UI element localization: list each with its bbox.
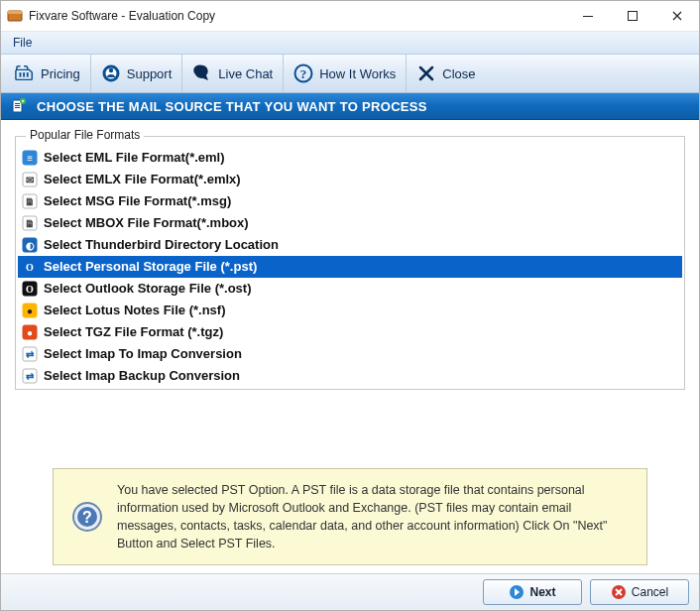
svg-rect-15 <box>15 105 20 106</box>
menu-file[interactable]: File <box>5 34 40 52</box>
format-item-2[interactable]: 🗎Select MSG File Format(*.msg) <box>18 190 682 212</box>
minimize-button[interactable] <box>565 1 610 31</box>
cancel-button[interactable]: Cancel <box>590 579 689 605</box>
svg-text:✉: ✉ <box>26 175 34 185</box>
svg-rect-4 <box>20 72 22 77</box>
cancel-label: Cancel <box>632 585 668 599</box>
info-question-icon: ? <box>71 501 103 533</box>
ost-icon: O <box>22 281 38 297</box>
svg-text:◐: ◐ <box>26 240 35 251</box>
msg-icon: 🗎 <box>22 193 38 209</box>
svg-rect-16 <box>15 107 20 108</box>
toolbar-live-chat[interactable]: Live Chat <box>182 55 284 92</box>
info-box: ? You have selected PST Option. A PST fi… <box>53 468 647 566</box>
format-item-7[interactable]: ●Select Lotus Notes File (*.nsf) <box>18 300 682 321</box>
svg-rect-5 <box>23 72 25 77</box>
app-icon <box>7 8 23 24</box>
footer: Next Cancel <box>1 573 699 610</box>
svg-rect-14 <box>15 103 20 104</box>
app-window: Fixvare Software - Evaluation Copy File … <box>0 0 700 611</box>
eml-icon: ≡ <box>22 150 38 166</box>
format-item-1[interactable]: ✉Select EMLX File Format(*.emlx) <box>18 169 682 190</box>
imapb-icon: ⇄ <box>22 368 38 384</box>
svg-text:●: ● <box>27 327 33 338</box>
svg-rect-6 <box>27 72 29 77</box>
svg-text:●: ● <box>27 306 33 316</box>
format-label: Select EML File Format(*.eml) <box>44 150 225 166</box>
format-label: Select MSG File Format(*.msg) <box>44 193 231 209</box>
format-item-5[interactable]: OSelect Personal Storage File (*.pst) <box>18 256 682 278</box>
svg-rect-3 <box>628 12 637 21</box>
close-tool-icon <box>416 63 436 83</box>
format-item-6[interactable]: OSelect Outlook Storage File (*.ost) <box>18 278 682 300</box>
toolbar-label: Live Chat <box>218 66 273 81</box>
svg-text:?: ? <box>300 66 307 81</box>
svg-text:O: O <box>26 262 34 273</box>
mbox-icon: 🗎 <box>22 215 38 231</box>
toolbar-label: Support <box>127 66 173 81</box>
svg-rect-1 <box>8 11 22 14</box>
window-close-button[interactable] <box>654 1 699 31</box>
format-item-4[interactable]: ◐Select Thunderbird Directory Location <box>18 234 682 256</box>
banner: CHOOSE THE MAIL SOURCE THAT YOU WANT TO … <box>1 93 699 120</box>
emlx-icon: ✉ <box>22 172 38 187</box>
format-item-9[interactable]: ⇄Select Imap To Imap Conversion <box>18 343 682 365</box>
support-icon <box>101 63 121 83</box>
formats-groupbox: Popular File Formats ≡Select EML File Fo… <box>15 136 685 390</box>
format-label: Select EMLX File Format(*.emlx) <box>44 172 241 187</box>
format-label: Select Outlook Storage File (*.ost) <box>44 281 251 297</box>
format-item-10[interactable]: ⇄Select Imap Backup Conversion <box>18 365 682 387</box>
nsf-icon: ● <box>22 303 38 318</box>
svg-text:🗎: 🗎 <box>25 196 35 207</box>
toolbar-support[interactable]: Support <box>91 55 183 92</box>
window-title: Fixvare Software - Evaluation Copy <box>29 9 565 23</box>
format-label: Select MBOX File Format(*.mbox) <box>44 215 249 231</box>
format-item-8[interactable]: ●Select TGZ File Format (*.tgz) <box>18 321 682 343</box>
svg-point-9 <box>109 68 113 72</box>
toolbar: PricingSupportLive Chat?How It WorksClos… <box>1 55 699 93</box>
format-label: Select Imap To Imap Conversion <box>44 346 242 362</box>
next-arrow-icon <box>509 584 525 600</box>
info-text: You have selected PST Option. A PST file… <box>117 481 629 553</box>
tgz-icon: ● <box>22 324 38 340</box>
format-item-3[interactable]: 🗎Select MBOX File Format(*.mbox) <box>18 212 682 234</box>
banner-icon <box>11 98 27 114</box>
format-label: Select Thunderbird Directory Location <box>44 237 279 253</box>
toolbar-label: How It Works <box>319 66 396 81</box>
next-label: Next <box>529 585 555 599</box>
format-item-0[interactable]: ≡Select EML File Format(*.eml) <box>18 147 682 169</box>
banner-text: CHOOSE THE MAIL SOURCE THAT YOU WANT TO … <box>37 99 427 114</box>
format-label: Select Lotus Notes File (*.nsf) <box>44 303 225 318</box>
window-buttons <box>565 1 699 31</box>
format-label: Select Imap Backup Conversion <box>44 368 240 384</box>
pst-icon: O <box>22 259 38 275</box>
maximize-button[interactable] <box>610 1 654 31</box>
svg-text:🗎: 🗎 <box>25 218 35 229</box>
svg-text:O: O <box>26 284 34 295</box>
svg-point-10 <box>197 65 201 69</box>
pricing-icon <box>15 63 35 83</box>
howitworks-icon: ? <box>293 63 313 83</box>
svg-text:⇄: ⇄ <box>26 349 35 360</box>
menubar: File <box>1 32 699 55</box>
formats-title: Popular File Formats <box>26 128 144 142</box>
format-list: ≡Select EML File Format(*.eml)✉Select EM… <box>18 147 682 387</box>
main-area: Popular File Formats ≡Select EML File Fo… <box>1 120 699 573</box>
svg-text:≡: ≡ <box>27 153 33 164</box>
cancel-x-icon <box>611 584 627 600</box>
format-label: Select Personal Storage File (*.pst) <box>44 259 257 275</box>
svg-text:⇄: ⇄ <box>26 371 35 382</box>
titlebar: Fixvare Software - Evaluation Copy <box>1 1 699 32</box>
next-button[interactable]: Next <box>483 579 582 605</box>
toolbar-label: Pricing <box>41 66 80 81</box>
toolbar-how-it-works[interactable]: ?How It Works <box>284 55 407 92</box>
toolbar-close[interactable]: Close <box>407 55 485 92</box>
format-label: Select TGZ File Format (*.tgz) <box>44 324 223 340</box>
svg-text:?: ? <box>82 509 92 526</box>
livechat-icon <box>192 63 212 83</box>
toolbar-label: Close <box>442 66 475 81</box>
svg-rect-2 <box>583 16 593 17</box>
imap2-icon: ⇄ <box>22 346 38 362</box>
tbird-icon: ◐ <box>22 237 38 253</box>
toolbar-pricing[interactable]: Pricing <box>5 55 91 92</box>
